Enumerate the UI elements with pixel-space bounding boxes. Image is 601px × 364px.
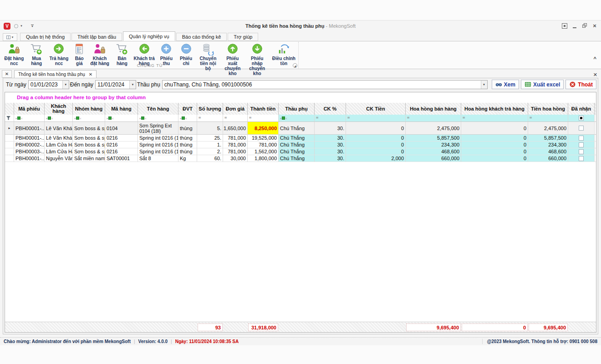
- cell-tien_hh[interactable]: 234,300: [528, 142, 568, 148]
- column-header-don_gia[interactable]: Đơn giá: [223, 103, 248, 115]
- column-header-so_luong[interactable]: Số lượng: [197, 103, 223, 115]
- cell-so_luong[interactable]: 60.: [197, 155, 223, 162]
- column-header-nhom_hang[interactable]: Nhóm hàng: [73, 103, 105, 115]
- ribbon-collapse-icon[interactable]: ^: [594, 56, 596, 61]
- cell-indicator[interactable]: [5, 155, 14, 162]
- cell-ma_hang[interactable]: SAT00001: [105, 155, 138, 162]
- cell-indicator[interactable]: [5, 135, 14, 142]
- menu-tab-bao-cao-thong-ke[interactable]: Báo cáo thống kê: [176, 33, 227, 41]
- column-header-ck_pct[interactable]: CK %: [315, 103, 346, 115]
- filter-cell-thau_phu[interactable]: ac: [279, 115, 315, 121]
- button-tra-hang-ncc[interactable]: Trả hàng ncc: [46, 43, 71, 66]
- button-phieu-thu[interactable]: Phiếu thu: [157, 43, 177, 66]
- chevron-down-icon[interactable]: ▼: [129, 81, 136, 89]
- cell-thau_phu[interactable]: Chú Thắng: [279, 155, 315, 162]
- group-expand-icon[interactable]: ◢: [293, 63, 297, 68]
- cell-dvt[interactable]: thùng: [178, 142, 197, 148]
- cell-ck_pct[interactable]: 30.: [315, 122, 346, 135]
- cell-tien_hh[interactable]: 468,600: [528, 148, 568, 155]
- button-dieu-chinh-ton[interactable]: Điều chỉnh tồn: [270, 43, 298, 66]
- filter-cell-nhom_hang[interactable]: ac: [73, 115, 105, 121]
- grid-row[interactable]: ▸PBH00001-...Lê Văn KhángSơn boss & sp..…: [5, 122, 596, 135]
- cell-dvt[interactable]: Kg: [178, 155, 197, 162]
- from-date-combo[interactable]: 01/01/2023 ▼: [28, 80, 69, 89]
- cell-khach_hang[interactable]: Lê Văn Kháng: [45, 135, 73, 142]
- cell-hh_ban_hang[interactable]: 234,300: [406, 142, 461, 148]
- cell-ck_tien[interactable]: 0: [346, 122, 406, 135]
- cell-ma_phieu[interactable]: PBH00001-...: [14, 122, 45, 135]
- grid-row[interactable]: PBH00001-...Nguyễn Văn TamSắt miền namSA…: [5, 155, 596, 162]
- cell-ck_pct[interactable]: 30.: [315, 135, 346, 142]
- cell-ma_hang[interactable]: 0216: [105, 148, 138, 155]
- quick-access-toolbar[interactable]: ▼ ▼: [14, 24, 34, 28]
- cell-khach_hang[interactable]: Nguyễn Văn Tam: [45, 155, 73, 162]
- group-by-hint[interactable]: Drag a column header here to group by th…: [5, 92, 596, 103]
- cell-da_nhan[interactable]: [568, 155, 595, 162]
- cell-don_gia[interactable]: 30,000: [223, 155, 248, 162]
- cell-ck_tien[interactable]: 0: [346, 135, 406, 142]
- da-nhan-checkbox[interactable]: [579, 156, 584, 161]
- filter-cell-ten_hang[interactable]: ac: [138, 115, 178, 121]
- cell-thau_phu[interactable]: Chú Thắng: [279, 148, 315, 155]
- cell-ten_hang[interactable]: Sơn Spring Ext 0104 (18l): [138, 122, 178, 135]
- filter-cell-dvt[interactable]: ac: [178, 115, 197, 121]
- cell-thau_phu[interactable]: Chú Thắng: [279, 135, 315, 142]
- cell-ma_phieu[interactable]: PBH00003-...: [14, 148, 45, 155]
- cell-ma_hang[interactable]: 0216: [105, 135, 138, 142]
- filter-cell-hh_khach_tra[interactable]: =: [461, 115, 528, 121]
- cell-dvt[interactable]: thùng: [178, 135, 197, 142]
- cell-nhom_hang[interactable]: Sơn boss & sp...: [73, 122, 105, 135]
- restore-button[interactable]: [582, 23, 587, 29]
- menu-tab-thiet-lap-ban-dau[interactable]: Thiết lập ban đầu: [71, 33, 122, 41]
- button-khach-tra-hang[interactable]: Khách trả hàng: [132, 43, 157, 66]
- column-header-indicator[interactable]: [5, 103, 14, 115]
- tab-close-right-button[interactable]: ✕: [593, 72, 597, 78]
- cell-so_luong[interactable]: 25.: [197, 135, 223, 142]
- button-mua-hang[interactable]: Mua hàng: [26, 43, 47, 66]
- cell-da_nhan[interactable]: [568, 135, 595, 142]
- cell-thanh_tien[interactable]: 19,525,000: [248, 135, 279, 142]
- fullscreen-button[interactable]: [562, 23, 567, 29]
- column-header-hh_ban_hang[interactable]: Hoa hồng bán hàng: [406, 103, 461, 115]
- cell-hh_ban_hang[interactable]: 2,475,000: [406, 122, 461, 135]
- cell-hh_ban_hang[interactable]: 468,600: [406, 148, 461, 155]
- cell-khach_hang[interactable]: Lâm Cửa Hàng: [45, 142, 73, 148]
- column-header-da_nhan[interactable]: Đã nhận: [568, 103, 595, 115]
- cell-tien_hh[interactable]: 5,857,500: [528, 135, 568, 142]
- filter-cell-so_luong[interactable]: =: [197, 115, 223, 121]
- button-bao-gia[interactable]: Báo giá: [71, 43, 87, 66]
- cell-thanh_tien[interactable]: 781,000: [248, 142, 279, 148]
- cell-hh_khach_tra[interactable]: 0: [461, 148, 528, 155]
- toolbar-overflow-icon[interactable]: ▼: [31, 25, 34, 27]
- cell-thanh_tien[interactable]: 8,250,000: [248, 122, 279, 135]
- filter-cell-indicator[interactable]: [5, 115, 14, 121]
- grid-row[interactable]: PBH00003-...Lâm Cửa HàngSơn boss & sp...…: [5, 148, 596, 155]
- cell-so_luong[interactable]: 1.: [197, 142, 223, 148]
- cell-ck_pct[interactable]: 30.: [315, 142, 346, 148]
- da-nhan-checkbox[interactable]: [579, 142, 584, 147]
- minimize-button[interactable]: [572, 23, 577, 29]
- cell-khach_hang[interactable]: Lâm Cửa Hàng: [45, 148, 73, 155]
- cell-indicator[interactable]: ▸: [5, 122, 14, 135]
- menu-tab-tro-giup[interactable]: Trợ giúp: [228, 33, 258, 41]
- filter-cell-khach_hang[interactable]: ac: [45, 115, 73, 121]
- chevron-down-icon[interactable]: ▼: [20, 25, 23, 27]
- chevron-down-icon[interactable]: ▼: [481, 81, 487, 89]
- column-header-ma_phieu[interactable]: Mã phiếu: [14, 103, 45, 115]
- select-all-checkbox[interactable]: [579, 116, 584, 121]
- cell-so_luong[interactable]: 5.: [197, 122, 223, 135]
- grid-row[interactable]: PBH00002-...Lâm Cửa HàngSơn boss & sp...…: [5, 142, 596, 148]
- quick-access-circle-icon[interactable]: [14, 24, 18, 28]
- close-button[interactable]: ×: [592, 23, 597, 29]
- menu-tab-quan-ly-nghiep-vu[interactable]: Quản lý nghiệp vụ: [123, 31, 175, 41]
- cell-ma_hang[interactable]: 0216: [105, 142, 138, 148]
- cell-thanh_tien[interactable]: 1,562,000: [248, 148, 279, 155]
- cell-indicator[interactable]: [5, 142, 14, 148]
- cell-ck_tien[interactable]: 2,000: [346, 155, 406, 162]
- cell-ck_tien[interactable]: 0: [346, 142, 406, 148]
- export-excel-button[interactable]: Xuất excel: [521, 80, 564, 89]
- cell-dvt[interactable]: thùng: [178, 148, 197, 155]
- column-header-thanh_tien[interactable]: Thành tiền: [248, 103, 279, 115]
- cell-don_gia[interactable]: 781,000: [223, 142, 248, 148]
- cell-dvt[interactable]: thùng: [178, 122, 197, 135]
